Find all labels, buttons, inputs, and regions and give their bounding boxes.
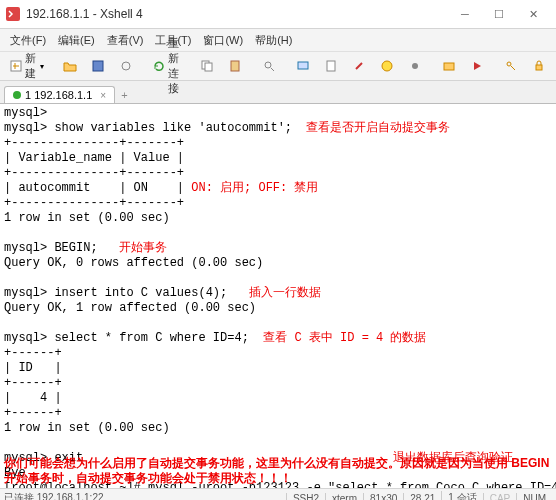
paste-button[interactable]	[222, 55, 248, 77]
svg-rect-2	[93, 61, 103, 71]
tool5-button[interactable]	[402, 55, 428, 77]
svg-point-10	[382, 61, 392, 71]
status-sessions: 1 会话	[441, 491, 482, 500]
line: +---------------+-------+	[4, 136, 184, 150]
tab-label: 1 192.168.1.1	[25, 89, 92, 101]
status-term: xterm	[325, 493, 363, 501]
svg-rect-8	[298, 62, 308, 69]
line: 1 row in set (0.00 sec)	[4, 211, 170, 225]
search-icon	[261, 58, 277, 74]
annotation: ON: 启用; OFF: 禁用	[191, 181, 318, 195]
menu-edit[interactable]: 编辑(E)	[52, 33, 101, 48]
status-cap: CAP	[483, 493, 517, 501]
close-button[interactable]: ✕	[516, 4, 550, 24]
tab-add-button[interactable]: +	[115, 87, 133, 103]
save-button[interactable]	[85, 55, 111, 77]
line: +------+	[4, 406, 62, 420]
svg-rect-6	[231, 61, 239, 71]
new-button[interactable]: 新建 ▾	[4, 48, 49, 84]
tool4-button[interactable]	[374, 55, 400, 77]
status-num: NUM	[516, 493, 552, 501]
line: | 4 |	[4, 391, 62, 405]
statusbar: 已连接 192.168.1.1:22。 SSH2 xterm 81x30 28,…	[0, 488, 556, 500]
line: mysql> BEGIN;	[4, 241, 98, 255]
svg-rect-12	[444, 63, 454, 70]
svg-point-3	[122, 62, 130, 70]
line: +---------------+-------+	[4, 196, 184, 210]
line: mysql> select * from C where ID=4;	[4, 331, 249, 345]
tool2-button[interactable]	[318, 55, 344, 77]
folder-icon	[62, 58, 78, 74]
line: | autocommit | ON |	[4, 181, 184, 195]
annotation: 插入一行数据	[249, 286, 321, 300]
dropdown-icon: ▾	[40, 62, 44, 71]
toolbar: 新建 ▾ 重新连接 ?	[0, 52, 556, 81]
tabbar: 1 192.168.1.1 × +	[0, 81, 556, 104]
tool3-button[interactable]	[346, 55, 372, 77]
copy-button[interactable]	[194, 55, 220, 77]
line: mysql>	[4, 106, 47, 120]
app-icon	[6, 7, 20, 21]
line: +------+	[4, 346, 62, 360]
footnote: 你们可能会想为什么启用了自动提交事务功能，这里为什么没有自动提交。原因就是因为当…	[4, 456, 552, 486]
maximize-button[interactable]: ☐	[482, 4, 516, 24]
tool9-button[interactable]	[526, 55, 552, 77]
new-icon	[9, 58, 23, 74]
tool8-button[interactable]	[498, 55, 524, 77]
menu-help[interactable]: 帮助(H)	[249, 33, 298, 48]
doc-icon	[323, 58, 339, 74]
refresh-icon	[152, 58, 166, 74]
line: mysql> insert into C values(4);	[4, 286, 227, 300]
status-dot-icon	[13, 91, 21, 99]
svg-point-7	[265, 62, 271, 68]
tab-close-icon[interactable]: ×	[100, 90, 106, 101]
annotation: 开始事务	[119, 241, 167, 255]
paste-icon	[227, 58, 243, 74]
window-title: 192.168.1.1 - Xshell 4	[26, 7, 448, 21]
screen-icon	[295, 58, 311, 74]
svg-rect-14	[536, 65, 542, 70]
status-size: 81x30	[363, 493, 403, 501]
status-connection: 已连接 192.168.1.1:22。	[4, 491, 114, 500]
minimize-button[interactable]: ─	[448, 4, 482, 24]
open-button[interactable]	[57, 55, 83, 77]
menu-window[interactable]: 窗口(W)	[197, 33, 249, 48]
annotation: 查看是否开启自动提交事务	[306, 121, 450, 135]
line: | Variable_name | Value |	[4, 151, 184, 165]
status-ssh: SSH2	[286, 493, 325, 501]
terminal[interactable]: mysql> mysql> show variables like 'autoc…	[0, 104, 556, 488]
line: +---------------+-------+	[4, 166, 184, 180]
copy-icon	[199, 58, 215, 74]
line: 1 row in set (0.00 sec)	[4, 421, 170, 435]
status-pos: 28,21	[403, 493, 441, 501]
find-button[interactable]	[256, 55, 282, 77]
menu-file[interactable]: 文件(F)	[4, 33, 52, 48]
annotation: 查看 C 表中 ID = 4 的数据	[263, 331, 426, 345]
svg-point-11	[412, 63, 418, 69]
svg-rect-5	[205, 63, 212, 71]
props-button[interactable]	[113, 55, 139, 77]
titlebar: 192.168.1.1 - Xshell 4 ─ ☐ ✕	[0, 0, 556, 29]
line: mysql> show variables like 'autocommit';	[4, 121, 292, 135]
reconnect-label: 重新连接	[168, 36, 181, 96]
folder2-icon	[441, 58, 457, 74]
disk-icon	[90, 58, 106, 74]
window-controls: ─ ☐ ✕	[448, 4, 550, 24]
reconnect-button[interactable]: 重新连接	[147, 33, 186, 99]
menu-view[interactable]: 查看(V)	[101, 33, 150, 48]
tool6-button[interactable]	[436, 55, 462, 77]
session-tab[interactable]: 1 192.168.1.1 ×	[4, 86, 115, 103]
wrench-icon	[118, 58, 134, 74]
new-label: 新建	[25, 51, 38, 81]
tool7-button[interactable]	[464, 55, 490, 77]
link-icon	[351, 58, 367, 74]
svg-rect-9	[327, 61, 335, 71]
line: Query OK, 0 rows affected (0.00 sec)	[4, 256, 263, 270]
gear-icon	[407, 58, 423, 74]
line: Query OK, 1 row affected (0.00 sec)	[4, 301, 256, 315]
line: | ID |	[4, 361, 62, 375]
svg-point-13	[507, 62, 511, 66]
line: +------+	[4, 376, 62, 390]
tool1-button[interactable]	[290, 55, 316, 77]
face-icon	[379, 58, 395, 74]
